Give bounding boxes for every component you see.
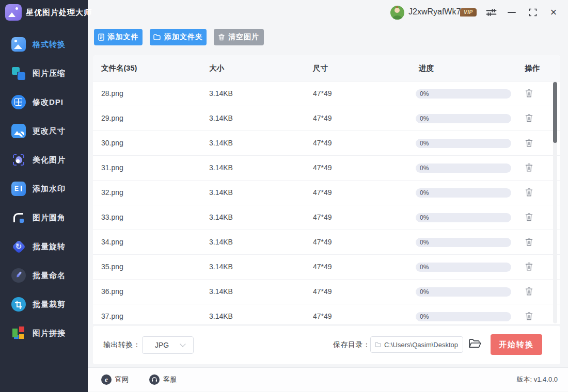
sidebar-item-add-watermark[interactable]: 添加水印 xyxy=(0,174,88,203)
file-dimensions: 47*49 xyxy=(313,131,332,155)
maximize-button[interactable] xyxy=(528,7,538,18)
delete-row-button[interactable] xyxy=(524,287,534,297)
sidebar-item-change-size[interactable]: 更改尺寸 xyxy=(0,117,88,145)
clear-images-button[interactable]: 清空图片 xyxy=(214,29,264,45)
file-size: 3.14KB xyxy=(209,181,233,205)
sidebar-item-label: 批量旋转 xyxy=(33,242,66,252)
folder-icon xyxy=(153,34,161,40)
trash-icon xyxy=(525,89,533,97)
app-logo: 星优图片处理大师 xyxy=(5,4,92,21)
progress-bar: 0% xyxy=(416,114,511,123)
table-row: 36.png 3.14KB 47*49 0% xyxy=(93,280,560,304)
file-size: 3.14KB xyxy=(209,230,233,254)
browser-icon: e xyxy=(101,374,112,385)
vip-badge: VIP xyxy=(460,8,477,17)
file-dimensions: 47*49 xyxy=(313,280,332,304)
file-name: 33.png xyxy=(101,205,123,230)
file-size: 3.14KB xyxy=(209,106,233,130)
trash-icon xyxy=(525,163,533,172)
progress-label: 0% xyxy=(420,287,429,297)
minimize-button[interactable] xyxy=(507,7,517,18)
output-format-select[interactable]: JPG xyxy=(142,336,194,354)
official-site-link[interactable]: e 官网 xyxy=(101,374,129,385)
trash-icon xyxy=(525,113,533,122)
save-directory-input[interactable] xyxy=(384,341,459,349)
file-name: 28.png xyxy=(101,81,123,106)
conversion-settings-bar: 输出转换： JPG 保存目录： 开始转换 xyxy=(93,326,560,364)
trash-icon xyxy=(525,213,533,221)
progress-label: 0% xyxy=(420,114,429,123)
version-label: 版本: v1.4.0.0 xyxy=(517,375,558,384)
browse-folder-button[interactable] xyxy=(468,338,481,350)
sidebar-item-batch-rename[interactable]: 批量命名 xyxy=(0,261,88,290)
trash-icon xyxy=(525,262,533,271)
delete-row-button[interactable] xyxy=(524,89,534,99)
delete-row-button[interactable] xyxy=(524,237,534,248)
sidebar-item-format-convert[interactable]: 格式转换 xyxy=(0,30,88,59)
col-progress: 进度 xyxy=(419,55,434,81)
table-row: 30.png 3.14KB 47*49 0% xyxy=(93,131,560,156)
sidebar-item-label: 图片压缩 xyxy=(33,69,66,78)
file-dimensions: 47*49 xyxy=(313,81,332,106)
open-folder-icon xyxy=(468,338,481,349)
add-watermark-icon xyxy=(11,182,26,196)
add-file-button[interactable]: 添加文件 xyxy=(94,29,143,45)
sidebar-item-image-compress[interactable]: 图片压缩 xyxy=(0,59,88,88)
file-name: 37.png xyxy=(101,304,123,324)
sidebar-item-batch-rotate[interactable]: 批量旋转 xyxy=(0,232,88,261)
headset-icon xyxy=(149,374,160,385)
sidebar-item-label: 美化图片 xyxy=(33,155,66,165)
delete-row-button[interactable] xyxy=(524,312,534,322)
sidebar-menu: 格式转换 图片压缩 修改DPI 更改尺寸 美化图片 添加水印 图片圆角 批量旋转… xyxy=(0,30,88,348)
progress-label: 0% xyxy=(420,238,429,247)
image-stitch-icon xyxy=(11,326,26,340)
file-dimensions: 47*49 xyxy=(313,156,332,180)
progress-label: 0% xyxy=(420,312,429,321)
col-filename: 文件名(35) xyxy=(101,55,137,81)
file-dimensions: 47*49 xyxy=(313,304,332,324)
delete-row-button[interactable] xyxy=(524,262,534,272)
username-label: J2xwRyafWk7d xyxy=(408,7,465,17)
col-dimensions: 尺寸 xyxy=(313,55,328,81)
close-button[interactable]: × xyxy=(547,5,560,20)
sidebar-item-label: 更改尺寸 xyxy=(33,126,66,136)
footer: e 官网 客服 版本: v1.4.0.0 xyxy=(88,367,568,391)
progress-bar: 0% xyxy=(416,263,511,272)
progress-bar: 0% xyxy=(416,89,511,99)
progress-bar: 0% xyxy=(416,139,511,148)
batch-rename-icon xyxy=(11,268,26,283)
table-row: 32.png 3.14KB 47*49 0% xyxy=(93,181,560,205)
file-table: 文件名(35) 大小 尺寸 进度 操作 28.png 3.14KB 47*49 … xyxy=(93,55,560,324)
batch-rotate-icon xyxy=(11,239,26,254)
trash-icon xyxy=(218,34,225,41)
sidebar-item-round-corner[interactable]: 图片圆角 xyxy=(0,203,88,232)
sidebar-item-label: 批量命名 xyxy=(33,271,66,281)
progress-bar: 0% xyxy=(416,213,511,222)
file-size: 3.14KB xyxy=(209,81,233,106)
trash-icon xyxy=(525,287,533,296)
progress-label: 0% xyxy=(420,139,429,148)
sidebar-item-batch-crop[interactable]: 批量裁剪 xyxy=(0,290,88,319)
delete-row-button[interactable] xyxy=(524,188,534,198)
delete-row-button[interactable] xyxy=(524,138,534,149)
add-folder-button[interactable]: 添加文件夹 xyxy=(150,29,207,45)
table-row: 29.png 3.14KB 47*49 0% xyxy=(93,106,560,131)
settings-sliders-icon[interactable] xyxy=(485,7,497,18)
file-name: 31.png xyxy=(101,156,123,180)
delete-row-button[interactable] xyxy=(524,163,534,173)
delete-row-button[interactable] xyxy=(524,113,534,124)
customer-service-link[interactable]: 客服 xyxy=(149,374,177,385)
sidebar-item-image-stitch[interactable]: 图片拼接 xyxy=(0,319,88,348)
sidebar-item-modify-dpi[interactable]: 修改DPI xyxy=(0,88,88,117)
sidebar-item-beautify-image[interactable]: 美化图片 xyxy=(0,145,88,174)
progress-bar: 0% xyxy=(416,188,511,198)
scrollbar-thumb[interactable] xyxy=(553,82,557,143)
save-directory-field xyxy=(370,336,463,353)
table-row: 33.png 3.14KB 47*49 0% xyxy=(93,205,560,230)
user-avatar[interactable] xyxy=(390,6,404,20)
file-size: 3.14KB xyxy=(209,304,233,324)
delete-row-button[interactable] xyxy=(524,213,534,223)
round-corner-icon xyxy=(11,210,26,225)
file-dimensions: 47*49 xyxy=(313,181,332,205)
start-convert-button[interactable]: 开始转换 xyxy=(491,334,542,355)
